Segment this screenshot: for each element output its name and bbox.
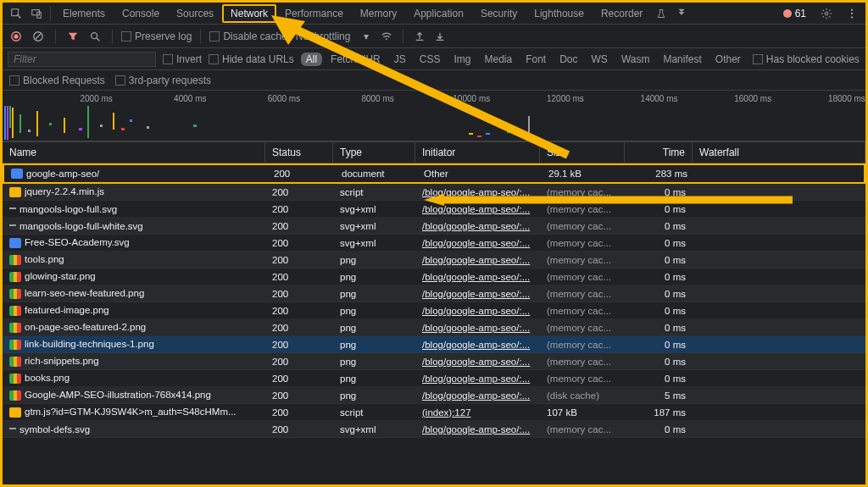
col-name[interactable]: Name bbox=[3, 142, 265, 163]
cell-initiator[interactable]: /blog/google-amp-seo/:... bbox=[415, 355, 540, 368]
cell-initiator[interactable]: /blog/google-amp-seo/:... bbox=[415, 185, 540, 199]
filter-type-img[interactable]: Img bbox=[448, 53, 476, 66]
divider bbox=[112, 30, 113, 43]
search-button[interactable] bbox=[86, 28, 103, 45]
more-tabs-icon[interactable] bbox=[675, 7, 688, 20]
cell-initiator[interactable]: /blog/google-amp-seo/:... bbox=[415, 270, 540, 284]
kebab-icon[interactable] bbox=[845, 7, 859, 20]
cell-initiator[interactable]: /blog/google-amp-seo/:... bbox=[415, 202, 540, 216]
cell-type: png bbox=[333, 338, 415, 351]
cell-initiator[interactable]: /blog/google-amp-seo/:... bbox=[415, 287, 540, 301]
cell-time: 0 ms bbox=[625, 219, 693, 233]
tab-sources[interactable]: Sources bbox=[168, 4, 222, 23]
table-row[interactable]: Google-AMP-SEO-illustration-768x414.png2… bbox=[3, 387, 865, 404]
filter-type-js[interactable]: JS bbox=[389, 53, 411, 66]
filter-type-other[interactable]: Other bbox=[710, 53, 746, 66]
filter-type-manifest[interactable]: Manifest bbox=[658, 53, 706, 66]
cell-status: 200 bbox=[265, 185, 333, 199]
table-row[interactable]: google-amp-seo/200documentOther29.1 kB28… bbox=[3, 163, 865, 184]
table-row[interactable]: tools.png200png/blog/google-amp-seo/:...… bbox=[3, 252, 865, 268]
table-row[interactable]: mangools-logo-full.svg200svg+xml/blog/go… bbox=[3, 201, 865, 218]
cell-initiator[interactable]: /blog/google-amp-seo/:... bbox=[415, 219, 540, 233]
table-row[interactable]: symbol-defs.svg200svg+xml/blog/google-am… bbox=[3, 421, 865, 438]
filter-toggle[interactable] bbox=[64, 28, 81, 45]
tab-security[interactable]: Security bbox=[472, 4, 526, 23]
filter-type-media[interactable]: Media bbox=[479, 53, 517, 66]
filter-type-all[interactable]: All bbox=[301, 53, 322, 66]
cell-waterfall bbox=[693, 394, 865, 397]
col-time[interactable]: Time bbox=[625, 142, 693, 163]
divider bbox=[200, 30, 201, 43]
table-row[interactable]: mangools-logo-full-white.svg200svg+xml/b… bbox=[3, 218, 865, 235]
table-row[interactable]: books.png200png/blog/google-amp-seo/:...… bbox=[3, 370, 865, 387]
tab-elements[interactable]: Elements bbox=[54, 4, 114, 23]
col-waterfall[interactable]: Waterfall bbox=[693, 142, 865, 163]
invert-checkbox[interactable]: Invert bbox=[163, 53, 202, 65]
cell-name: symbol-defs.svg bbox=[3, 423, 265, 436]
cell-initiator[interactable]: /blog/google-amp-seo/:... bbox=[415, 304, 540, 318]
cell-time: 0 ms bbox=[625, 321, 693, 335]
filter-type-ws[interactable]: WS bbox=[587, 53, 613, 66]
table-row[interactable]: featured-image.png200png/blog/google-amp… bbox=[3, 302, 865, 319]
blocked-requests-checkbox[interactable]: Blocked Requests bbox=[9, 75, 105, 86]
table-row[interactable]: rich-snippets.png200png/blog/google-amp-… bbox=[3, 353, 865, 370]
cell-initiator[interactable]: /blog/google-amp-seo/:... bbox=[415, 236, 540, 250]
table-row[interactable]: link-building-techniques-1.png200png/blo… bbox=[3, 336, 865, 353]
tab-lighthouse[interactable]: Lighthouse bbox=[526, 4, 593, 23]
filter-input[interactable] bbox=[8, 52, 156, 67]
timeline-overview[interactable]: 2000 ms4000 ms6000 ms8000 ms10000 ms1200… bbox=[3, 91, 865, 141]
cell-initiator[interactable]: /blog/google-amp-seo/:... bbox=[415, 423, 540, 436]
table-row[interactable]: on-page-seo-featured-2.png200png/blog/go… bbox=[3, 319, 865, 336]
cell-initiator[interactable]: /blog/google-amp-seo/:... bbox=[415, 253, 540, 267]
record-button[interactable] bbox=[8, 28, 25, 45]
cell-initiator[interactable]: /blog/google-amp-seo/:... bbox=[415, 372, 540, 385]
blocked-cookies-checkbox[interactable]: Has blocked cookies bbox=[753, 53, 860, 65]
col-type[interactable]: Type bbox=[333, 142, 415, 163]
filter-type-doc[interactable]: Doc bbox=[554, 53, 582, 66]
file-icon bbox=[9, 357, 21, 367]
cell-status: 200 bbox=[265, 270, 333, 284]
table-row[interactable]: gtm.js?id=GTM-KJ9SW4K>m_auth=S48cHMm...2… bbox=[3, 404, 865, 421]
inspect-icon[interactable] bbox=[9, 7, 23, 20]
cell-initiator[interactable]: (index):127 bbox=[415, 406, 540, 419]
tab-memory[interactable]: Memory bbox=[352, 4, 405, 23]
disable-cache-checkbox[interactable]: Disable cache bbox=[209, 30, 287, 42]
tab-recorder[interactable]: Recorder bbox=[593, 4, 651, 23]
filter-type-wasm[interactable]: Wasm bbox=[616, 53, 655, 66]
tab-application[interactable]: Application bbox=[405, 4, 472, 23]
hide-data-urls-checkbox[interactable]: Hide data URLs bbox=[209, 53, 294, 65]
preserve-log-checkbox[interactable]: Preserve log bbox=[121, 30, 192, 42]
cell-time: 5 ms bbox=[625, 389, 693, 402]
third-party-checkbox[interactable]: 3rd-party requests bbox=[115, 75, 211, 86]
table-row[interactable]: Free-SEO-Academy.svg200svg+xml/blog/goog… bbox=[3, 235, 865, 252]
download-icon[interactable] bbox=[432, 29, 448, 44]
col-status[interactable]: Status bbox=[265, 142, 333, 163]
table-row[interactable]: glowing-star.png200png/blog/google-amp-s… bbox=[3, 268, 865, 285]
throttling-select[interactable]: No throttling bbox=[292, 30, 354, 42]
filter-type-font[interactable]: Font bbox=[520, 53, 551, 66]
cell-time: 0 ms bbox=[625, 253, 693, 267]
upload-icon[interactable] bbox=[412, 29, 427, 44]
tab-network[interactable]: Network bbox=[222, 4, 276, 23]
timeline-tick: 8000 ms bbox=[361, 94, 393, 103]
cell-status: 200 bbox=[265, 321, 333, 335]
timeline-tick: 16000 ms bbox=[734, 94, 771, 103]
tab-performance[interactable]: Performance bbox=[276, 4, 352, 23]
chevron-down-icon[interactable]: ▾ bbox=[359, 29, 374, 44]
filter-type-fetch-xhr[interactable]: Fetch/XHR bbox=[326, 53, 386, 66]
cell-initiator[interactable]: /blog/google-amp-seo/:... bbox=[415, 338, 540, 351]
col-initiator[interactable]: Initiator bbox=[415, 142, 540, 163]
table-row[interactable]: jquery-2.2.4.min.js200script/blog/google… bbox=[3, 184, 865, 201]
filter-type-css[interactable]: CSS bbox=[415, 53, 446, 66]
table-row[interactable]: learn-seo-new-featured.png200png/blog/go… bbox=[3, 285, 865, 302]
error-dot-icon bbox=[783, 9, 792, 18]
clear-button[interactable] bbox=[30, 28, 47, 45]
wifi-icon[interactable] bbox=[379, 29, 394, 44]
error-count[interactable]: 61 bbox=[778, 6, 811, 21]
device-icon[interactable] bbox=[30, 7, 43, 20]
cell-initiator[interactable]: /blog/google-amp-seo/:... bbox=[415, 321, 540, 335]
col-size[interactable]: Size bbox=[540, 142, 625, 163]
cell-initiator[interactable]: /blog/google-amp-seo/:... bbox=[415, 389, 540, 402]
gear-icon[interactable] bbox=[820, 7, 833, 20]
tab-console[interactable]: Console bbox=[114, 4, 168, 23]
